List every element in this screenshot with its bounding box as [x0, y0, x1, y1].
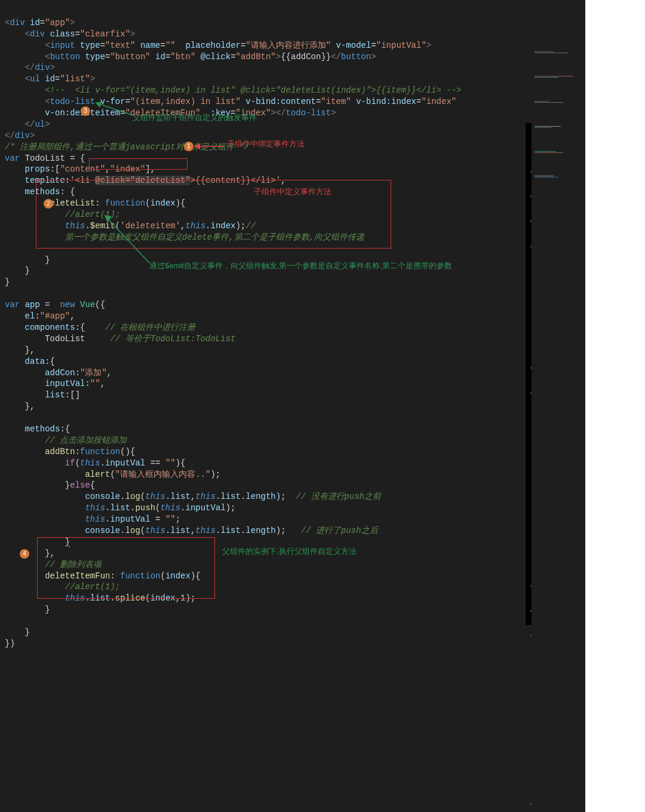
code-editor: <div id="app"> <div class="clearfix"> <i…: [0, 0, 585, 812]
annotation-parent-exec: 父组件的实例下,执行父组件自定义方法: [222, 546, 357, 557]
annotation-parent-listen: 父组件监听子组件自定义的触发事件: [133, 112, 257, 123]
highlight-box-method: [36, 180, 391, 249]
screenshot-root: <div id="app"> <div class="clearfix"> <i…: [0, 0, 585, 812]
highlight-box-click: [89, 158, 188, 170]
badge-2: 2: [44, 199, 53, 209]
annotation-child-bind: 子组件中绑定事件方法: [227, 139, 305, 149]
highlight-box-delete-item: [37, 537, 215, 599]
minimap[interactable]: [532, 0, 585, 812]
annotation-child-define: 子组件中定义事件方法: [254, 186, 331, 197]
badge-1: 1: [184, 142, 194, 151]
annotation-emit-desc: 通过$emit自定义事件，向父组件触发,第一个参数是自定义事件名称,第二个是携带…: [149, 261, 460, 271]
badge-4: 4: [20, 549, 29, 559]
comment-line: <!-- <li v-for="(item,index) in list" @c…: [5, 85, 462, 95]
comment-block: /* 注册局部组件,通过一个普通javascript对象来定义组件 */: [5, 142, 249, 152]
badge-3: 3: [81, 106, 90, 116]
